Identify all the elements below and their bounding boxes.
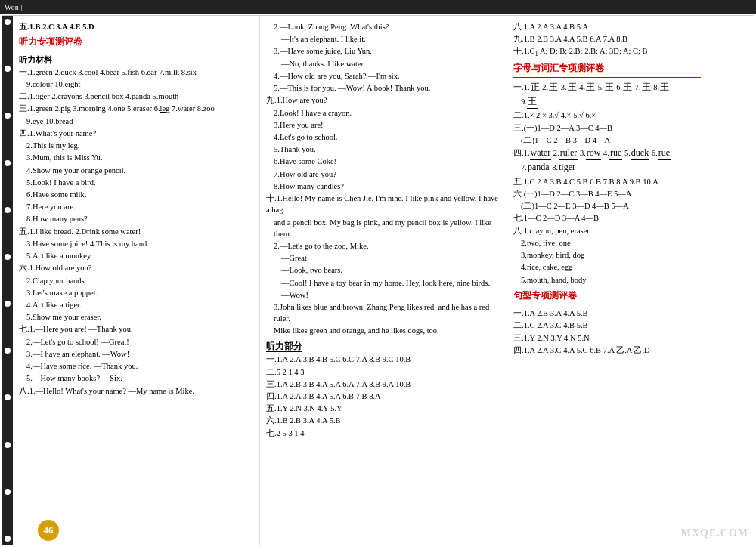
col2-line-7: 2.Look! I have a crayon.	[266, 107, 500, 119]
col1-line-5: 四.1.What's your name?	[19, 128, 253, 139]
col1-line-6: 2.This is my leg.	[19, 140, 253, 151]
col2-tingli-header: 听力部分	[266, 340, 500, 353]
spine-dot	[5, 536, 11, 542]
col1-line-23: 3.—I have an elephant. —Wow!	[19, 348, 253, 360]
col3-line-1: 九.1.B 2.B 3.A 4.A 5.B 6.A 7.A 8.B	[513, 33, 748, 45]
col2-answers-4: 四.1.A 2.A 3.B 4.A 5.A 6.B 7.B 8.A	[266, 391, 500, 402]
col2-line-11: 6.Have some Coke!	[266, 156, 500, 167]
col-1: 五.1.B 2.C 3.A 4.E 5.D 听力专项测评卷 听力材料 一.1.g…	[13, 16, 260, 545]
col3-line-6: 四.1.water 2.ruler 3.row 4.rue 5.duck 6.r…	[513, 147, 748, 160]
col2-line-14: 十.1.Hello! My name is Chen Jie. I'm nine…	[266, 193, 500, 215]
col1-line-24: 4.—Have some rice. —Thank you.	[19, 360, 253, 372]
col3-line-9: 六.(一)1—D 2—C 3—B 4—E 5—A	[513, 188, 748, 199]
col1-line-3: 三.1.green 2.pig 3.morning 4.one 5.eraser…	[19, 103, 253, 114]
col3-line-10: (二)1—C 2—E 3—D 4—B 5—A	[513, 200, 748, 212]
col-2: 2.—Look, Zhang Peng. What's this? —It's …	[260, 16, 507, 545]
col1-line-17: 2.Clap your hands.	[19, 275, 253, 286]
col3-line-7: 7.panda 8.tiger	[513, 161, 748, 175]
col3-juxing-4: 四.1.A 2.A 3.C 4.A 5.C 6.B 7.A 乙.A 乙.D	[513, 345, 748, 356]
col2-answers-6: 六.1.B 2.B 3.A 4.A 5.B	[266, 415, 500, 426]
col1-line-18: 3.Let's make a puppet.	[19, 287, 253, 298]
col1-line-25: 5.—How many books? —Six.	[19, 372, 253, 384]
col2-line-8: 3.Here you are!	[266, 119, 500, 131]
col2-line-4: 4.—How old are you, Sarah? —I'm six.	[266, 70, 500, 82]
spine-dot	[5, 160, 11, 166]
page-number: 46	[38, 520, 59, 541]
col3-line-12: 八.1.crayon, pen, eraser	[513, 225, 748, 236]
col1-line-20: 5.Show me your eraser.	[19, 311, 253, 323]
col3-line-14: 3.monkey, bird, dog	[513, 249, 748, 261]
col2-line-12: 7.How old are you?	[266, 168, 500, 180]
col1-line-14: 3.Have some juice! 4.This is my hand.	[19, 238, 253, 249]
spine-dot	[5, 254, 11, 260]
col2-line-18: —Look, two bears.	[266, 264, 500, 276]
col1-line-21: 七.1.—Here you are! —Thank you.	[19, 323, 253, 335]
col1-line-12: 8.How many pens?	[19, 213, 253, 224]
col2-answers-3: 三.1.A 2.B 3.B 4.A 5.A 6.A 7.A 8.B 9.A 10…	[266, 379, 500, 390]
col2-line-1: —It's an elephant. I like it.	[266, 33, 500, 45]
col3-juxing-2: 二.1.C 2.A 3.C 4.B 5.B	[513, 320, 748, 331]
spine-dot	[5, 442, 11, 448]
spine-dot	[5, 348, 11, 354]
col1-line-16: 六.1.How old are you?	[19, 262, 253, 274]
col1-section1-title: 听力专项测评卷	[19, 36, 253, 48]
col3-juxing-3: 三.1.Y 2.N 3.Y 4.N 5.N	[513, 332, 748, 344]
columns-wrapper: 五.1.B 2.C 3.A 4.E 5.D 听力专项测评卷 听力材料 一.1.g…	[13, 16, 754, 545]
col2-line-17: —Great!	[266, 252, 500, 264]
col1-header: 五.1.B 2.C 3.A 4.E 5.D	[19, 21, 253, 32]
col3-line-4: 三.(一)1—D 2—A 3—C 4—B	[513, 122, 748, 134]
col1-line-10: 6.Have some milk.	[19, 189, 253, 200]
col2-line-22: Mike likes green and orange, and he like…	[266, 325, 500, 336]
top-bar: Won |	[0, 0, 756, 14]
col3-line-15: 4.rice, cake, egg	[513, 261, 748, 273]
col2-line-3: —No, thanks. I like water.	[266, 58, 500, 70]
spine-dot	[5, 66, 11, 72]
col1-section1-sub: 听力材料	[19, 54, 253, 66]
col3-juxing-1: 一.1.A 2.B 3.A 4.A 5.B	[513, 307, 748, 319]
col2-answers-1: 一.1.A 2.A 3.B 4.B 5.C 6.C 7.A 8.B 9.C 10…	[266, 354, 500, 365]
spine-dot	[5, 489, 11, 495]
col1-line-19: 4.Act like a tiger.	[19, 299, 253, 311]
col1-line-2: 二.1.tiger 2.crayons 3.pencil box 4.panda…	[19, 91, 253, 102]
col2-line-16: 2.—Let's go to the zoo, Mike.	[266, 240, 500, 252]
col2-line-2: 3.—Have some juice, Liu Yun.	[266, 45, 500, 57]
col2-line-0: 2.—Look, Zhang Peng. What's this?	[266, 21, 500, 32]
col2-line-21: 3.John likes blue and brown. Zhang Peng …	[266, 301, 500, 324]
col3-line-16: 5.mouth, hand, body	[513, 274, 748, 286]
col2-line-13: 8.How many candles?	[266, 181, 500, 192]
col2-line-10: 5.Thank you.	[266, 144, 500, 155]
col1-line-26: 八.1.—Hello! What's your name? —My name i…	[19, 385, 253, 397]
col2-answers-5: 五.1.Y 2.N 3.N 4.Y 5.Y	[266, 403, 500, 414]
col2-line-9: 4.Let's go to school.	[266, 131, 500, 143]
col3-red-title-1: 字母与词汇专项测评卷	[513, 62, 748, 75]
col2-answers-7: 七.2 5 3 1 4	[266, 428, 500, 439]
spine-dot	[5, 301, 11, 307]
col3-red-title-2: 句型专项测评卷	[513, 289, 748, 302]
col3-line-2: 十.1.C1 A; D; B; 2.B; 2.B; A; 3D; A; C; B	[513, 45, 748, 59]
spine-dot	[5, 19, 11, 25]
col1-line-15: 5.Act like a monkey.	[19, 250, 253, 261]
col1-line-22: 2.—Let's go to school! —Great!	[19, 336, 253, 348]
page: Won | 五.1.B 2.C 3.A 4.E 5.D 听力专项测评卷	[0, 0, 756, 547]
col1-line-13: 五.1.I like bread. 2.Drink some water!	[19, 226, 253, 237]
col1-line-0: 一.1.green 2.duck 3.cool 4.bear 5.fish 6.…	[19, 66, 253, 78]
col1-line-4: 9.eye 10.bread	[19, 116, 253, 127]
col3-line-5: (二)1—C 2—B 3—D 4—A	[513, 134, 748, 146]
spine-dot	[5, 113, 11, 119]
col1-line-11: 7.Here you are.	[19, 201, 253, 212]
col2-line-20: —Wow!	[266, 289, 500, 301]
col2-line-5: 5.—This is for you. —Wow! A book! Thank …	[266, 82, 500, 94]
col1-line-8: 4.Show me your orange pencil.	[19, 165, 253, 176]
col2-answers-2: 二.5 2 1 4 3	[266, 366, 500, 378]
col1-line-7: 3.Mum, this is Miss Yu.	[19, 152, 253, 163]
col-3: 八.1.A 2.A 3.A 4.B 5.A 九.1.B 2.B 3.A 4.A …	[507, 16, 754, 545]
spine-dot	[5, 207, 11, 213]
col2-line-19: —Cool! I have a toy bear in my home. Hey…	[266, 277, 500, 289]
col3-line-13: 2.two, five, one	[513, 237, 748, 249]
col3-line-11: 七.1—C 2—D 3—A 4—B	[513, 212, 748, 224]
col2-line-6: 九.1.How are you?	[266, 94, 500, 106]
spine-dot	[5, 394, 11, 400]
col3-chars-line1: 一.1.正 2.王 3.王 4.王 5.王 6.王 7.王 8.王	[513, 81, 748, 94]
col3-line-0: 八.1.A 2.A 3.A 4.B 5.A	[513, 21, 748, 32]
top-bar-text: Won |	[5, 3, 22, 11]
